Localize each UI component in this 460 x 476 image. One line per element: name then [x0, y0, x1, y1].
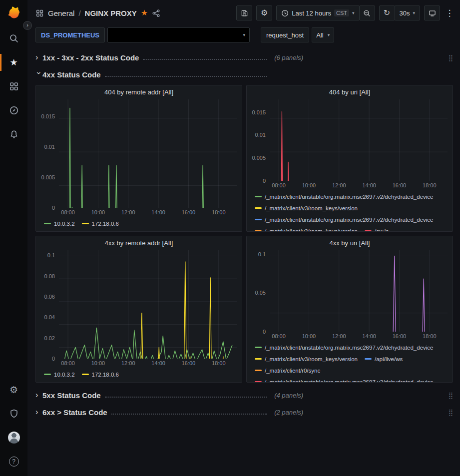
legend-item[interactable]: /api/live/ws — [365, 356, 403, 362]
legend: /_matrix/client/unstable/org.matrix.msc2… — [247, 189, 448, 231]
variable-label-request-host[interactable]: request_host — [261, 27, 309, 42]
legend-item[interactable]: /_matrix/client/unstable/org.matrix.msc2… — [255, 379, 434, 383]
chart-canvas[interactable] — [270, 99, 448, 181]
sidebar-item-alerting[interactable] — [0, 126, 27, 143]
chart-svg — [270, 99, 448, 181]
drag-handle-icon[interactable]: ⣿ — [448, 392, 453, 399]
y-axis-label: 0.06 — [44, 294, 55, 300]
y-axis-label: 0.1 — [47, 252, 55, 258]
sidebar-item-configuration[interactable]: ⚙ — [0, 381, 27, 398]
legend: 10.0.3.2172.18.0.6 — [36, 216, 237, 231]
refresh-button[interactable]: ↻ — [379, 5, 395, 20]
y-axis-label: 0.015 — [41, 113, 55, 119]
series-swatch — [82, 223, 89, 224]
refresh-interval-label: 30s — [400, 9, 410, 17]
x-axis: 08:0010:0012:0014:0016:0018:00 — [59, 208, 237, 216]
chart-canvas[interactable] — [59, 99, 237, 208]
legend-row: /_matrix/client/r0/sync — [255, 365, 446, 376]
sidebar-item-search[interactable] — [0, 30, 27, 47]
refresh-interval-dropdown[interactable]: 30s ▾ — [395, 5, 421, 20]
search-icon — [9, 33, 19, 43]
sidebar-item-profile[interactable] — [0, 429, 27, 446]
series-swatch — [255, 381, 262, 382]
x-axis-label: 16:00 — [182, 360, 196, 366]
x-axis-label: 16:00 — [393, 333, 407, 339]
breadcrumb-separator: / — [78, 9, 80, 17]
x-axis-label: 08:00 — [61, 209, 75, 215]
y-axis: 00.050.1 — [247, 250, 270, 332]
x-axis-label: 14:00 — [151, 209, 165, 215]
datasource-select[interactable]: ▾ — [107, 27, 250, 42]
legend-item[interactable]: /_matrix/client/r0/sync — [255, 368, 320, 374]
chevron-down-icon: › — [35, 72, 43, 79]
x-axis-label: 18:00 — [423, 333, 437, 339]
x-axis-label: 14:00 — [362, 333, 376, 339]
time-range-picker[interactable]: Last 12 hours CST ▾ — [276, 5, 359, 20]
legend-row: /_matrix/client/unstable/org.matrix.msc2… — [255, 191, 446, 202]
sidebar-item-starred[interactable]: ★ — [0, 54, 27, 71]
series-name: 10.0.3.2 — [54, 372, 75, 378]
legend-item[interactable]: /_matrix/client/unstable/org.matrix.msc2… — [255, 345, 434, 351]
time-series-chart: 00.050.1 08:0010:0012:0014:0016:0018:00 … — [247, 249, 453, 382]
sidebar-item-explore[interactable] — [0, 102, 27, 119]
series-swatch — [82, 374, 89, 375]
tv-mode-button[interactable] — [424, 5, 440, 20]
panel-title[interactable]: 404 by remote addr [All] — [36, 85, 242, 98]
sidebar-item-help[interactable]: ? — [0, 453, 27, 470]
dotted-leader — [143, 59, 267, 60]
y-axis-label: 0.05 — [255, 290, 266, 296]
x-axis-label: 10:00 — [91, 209, 105, 215]
legend-item[interactable]: /_matrix/client/v3/room_keys/version — [255, 356, 358, 362]
panel-title[interactable]: 4xx by remote addr [All] — [36, 236, 242, 249]
kebab-menu-icon[interactable]: ⋮ — [444, 5, 455, 20]
chart-canvas[interactable] — [270, 250, 448, 332]
legend-item[interactable]: /_matrix/client/v3/room_keys/version — [255, 228, 358, 232]
drag-handle-icon[interactable]: ⣿ — [448, 409, 453, 416]
drag-handle-icon[interactable]: ⣿ — [448, 54, 453, 61]
zoom-out-button[interactable] — [359, 5, 375, 20]
row-4xx[interactable]: › 4xx Status Code — [35, 67, 453, 82]
legend-item[interactable]: /sw.js — [365, 228, 389, 232]
variable-label-ds-prometheus[interactable]: DS_PROMETHEUS — [35, 27, 105, 42]
legend-item[interactable]: 10.0.3.2 — [44, 221, 75, 227]
y-axis-label: 0.1 — [258, 251, 266, 257]
sidebar-item-server-admin[interactable] — [0, 405, 27, 422]
legend-item[interactable]: 172.18.0.6 — [82, 221, 119, 227]
x-axis-label: 12:00 — [121, 360, 135, 366]
series-name: /_matrix/client/v3/room_keys/version — [265, 356, 358, 362]
legend-item[interactable]: /_matrix/client/unstable/org.matrix.msc2… — [255, 217, 434, 223]
legend-item[interactable]: 10.0.3.2 — [44, 372, 75, 378]
legend-item[interactable]: 172.18.0.6 — [82, 372, 119, 378]
chevron-down-icon: ▾ — [413, 11, 415, 15]
breadcrumb-folder[interactable]: General — [48, 9, 74, 17]
chart-canvas[interactable] — [59, 250, 237, 359]
x-axis-label: 08:00 — [61, 360, 75, 366]
sidebar-item-dashboards[interactable] — [0, 78, 27, 95]
favorite-star-icon[interactable]: ★ — [141, 9, 148, 17]
star-icon: ★ — [9, 58, 17, 67]
panel-title[interactable]: 404 by uri [All] — [247, 85, 453, 98]
legend-item[interactable]: /_matrix/client/unstable/org.matrix.msc2… — [255, 194, 434, 200]
dashboard-title[interactable]: NGINX PROXY — [85, 9, 137, 17]
chevron-down-icon: ▾ — [352, 11, 355, 15]
legend-item[interactable]: /_matrix/client/v3/room_keys/version — [255, 205, 358, 211]
x-axis: 08:0010:0012:0014:0016:0018:00 — [270, 332, 448, 340]
x-axis: 08:0010:0012:0014:0016:0018:00 — [270, 181, 448, 189]
series-name: /_matrix/client/v3/room_keys/version — [265, 205, 358, 211]
y-axis: 00.020.040.060.080.1 — [36, 250, 59, 359]
x-axis-label: 10:00 — [302, 182, 316, 188]
row-6xx[interactable]: › 6xx > Status Code (2 panels) ⣿ — [35, 405, 453, 420]
save-dashboard-button[interactable] — [236, 5, 252, 20]
x-axis-label: 10:00 — [302, 333, 316, 339]
dashboard-settings-button[interactable]: ⚙ — [256, 5, 272, 20]
series-line — [279, 111, 433, 181]
series-swatch — [255, 347, 262, 348]
panel-title[interactable]: 4xx by uri [All] — [247, 236, 453, 249]
share-icon[interactable] — [152, 9, 160, 17]
legend-row: /_matrix/client/unstable/org.matrix.msc2… — [255, 376, 446, 382]
request-host-select[interactable]: All ▾ — [312, 27, 334, 42]
row-1xx-3xx-2xx[interactable]: › 1xx - 3xx - 2xx Status Code (6 panels)… — [35, 50, 453, 65]
row-5xx[interactable]: › 5xx Status Code (4 panels) ⣿ — [35, 388, 453, 403]
grafana-logo[interactable] — [6, 5, 22, 21]
sidebar-expand-chevron-icon[interactable]: › — [23, 21, 32, 30]
